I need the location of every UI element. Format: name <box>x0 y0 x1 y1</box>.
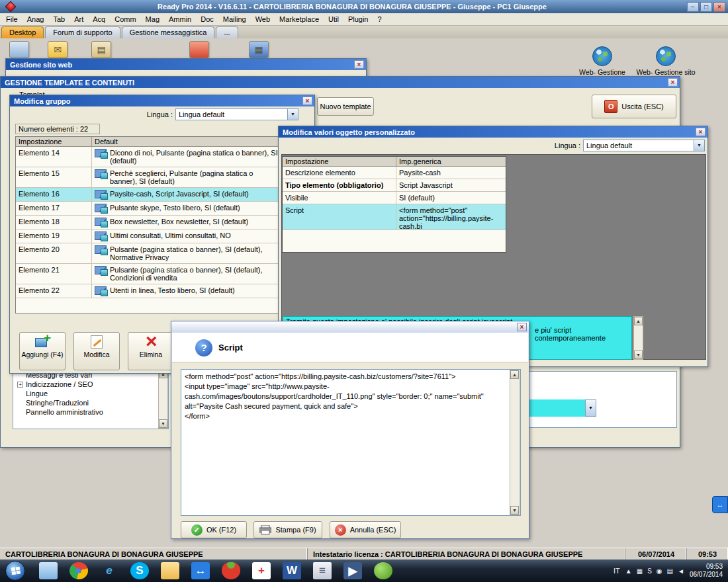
taskbar-browser-icon[interactable] <box>374 562 392 579</box>
close-icon[interactable]: × <box>354 60 364 69</box>
taskbar-window-icon[interactable] <box>39 562 58 579</box>
table-row[interactable]: Elemento 14 Dicono di noi, Pulsante (pag… <box>16 147 281 167</box>
table-row[interactable]: Elemento 17 Pulsante skype, Testo libero… <box>16 202 281 216</box>
ledger-icon[interactable]: ▤ <box>91 41 111 58</box>
volume-icon[interactable]: ◄ <box>678 567 684 575</box>
dropdown-arrow-icon[interactable]: ▼ <box>585 399 596 417</box>
menu-item[interactable]: Mailing <box>218 14 251 24</box>
uscita-button[interactable]: O Uscita (ESC) <box>592 95 676 118</box>
ok-button[interactable]: OK (F12) <box>181 521 247 538</box>
table-row[interactable]: Elemento 21 Pulsante (pagina statica o b… <box>16 264 281 284</box>
property-row[interactable]: Script <form method="post" action="https… <box>283 204 506 230</box>
tree-item[interactable]: Indicizzazione / SEO <box>13 380 168 389</box>
user-icon[interactable] <box>189 41 209 58</box>
menu-item[interactable]: Plugin <box>343 14 373 24</box>
lingua-select[interactable]: Lingua default <box>175 108 298 120</box>
tab-forum-di-supporto[interactable]: Forum di supporto <box>45 26 120 38</box>
textarea-scrollbar[interactable] <box>510 370 520 515</box>
language-indicator[interactable]: IT <box>614 567 620 575</box>
taskbar-word-icon[interactable]: W <box>283 562 301 579</box>
property-row[interactable]: Visibile SI (default) <box>283 192 506 204</box>
tab-overflow[interactable]: ... <box>216 26 238 38</box>
close-button[interactable]: × <box>713 2 725 12</box>
scroll-up-icon[interactable] <box>634 317 643 325</box>
taskbar-media-icon[interactable]: ▶ <box>343 562 362 579</box>
table-row[interactable]: Elemento 15 Perchè sceglierci, Pulsante … <box>16 167 281 188</box>
selected-field[interactable] <box>522 399 585 417</box>
combo-arrow-icon[interactable] <box>287 109 298 120</box>
scroll-up-icon[interactable] <box>510 370 519 379</box>
stampa-button[interactable]: Stampa (F9) <box>253 521 322 538</box>
taskbar-skype-icon[interactable]: S <box>130 562 149 579</box>
tree-item[interactable]: Lingue <box>13 389 168 398</box>
menu-item[interactable]: Anag <box>23 14 49 24</box>
minimize-button[interactable]: − <box>687 2 699 12</box>
close-icon[interactable]: × <box>696 128 705 136</box>
menu-item[interactable]: File <box>1 14 23 24</box>
tab-gestione-messaggistica[interactable]: Gestione messaggistica <box>122 26 215 38</box>
teamviewer-edge-icon[interactable]: ↔ <box>712 496 728 513</box>
taskbar-strawberry-icon[interactable] <box>222 562 240 579</box>
menu-item[interactable]: Doc <box>196 14 218 24</box>
table-row[interactable]: Elemento 18 Box newsletter, Box newslett… <box>16 216 281 229</box>
tab-desktop[interactable]: Desktop <box>1 26 44 38</box>
lingua-select[interactable]: Lingua default <box>583 140 705 151</box>
menu-item[interactable]: Mag <box>141 14 164 24</box>
maximize-button[interactable]: □ <box>700 2 712 12</box>
help-line-2: e piu' script contemporaneamente <box>535 326 631 342</box>
taskbar-folder-icon[interactable] <box>161 562 179 579</box>
shortcut-web-gestione[interactable]: Web- Gestione <box>570 46 634 76</box>
cancel-icon <box>335 524 346 536</box>
column-default: Default <box>92 137 281 146</box>
close-icon[interactable]: × <box>302 97 312 105</box>
taskbar-document-icon[interactable]: ≡ <box>313 562 332 579</box>
table-row[interactable]: Elemento 22 Utenti in linea, Testo liber… <box>16 284 281 298</box>
display-icon[interactable]: ▤ <box>667 567 673 575</box>
panel-icon[interactable] <box>9 41 29 58</box>
taskbar-ie-icon[interactable]: e <box>100 562 118 579</box>
taskbar-chrome-icon[interactable]: ● <box>69 562 88 579</box>
menu-item[interactable]: Marketplace <box>275 14 324 24</box>
security-icon[interactable]: S <box>647 567 652 575</box>
menu-item[interactable]: Web <box>251 14 275 24</box>
property-row[interactable]: Tipo elemento (obbligatorio) Script Java… <box>283 179 506 192</box>
scroll-down-icon[interactable] <box>159 419 167 428</box>
taskbar-remote-icon[interactable]: ↔ <box>191 562 210 579</box>
menu-item[interactable]: Comm <box>110 14 140 24</box>
nuovo-template-button[interactable]: Nuovo template <box>317 97 374 116</box>
close-icon[interactable]: × <box>668 78 678 87</box>
start-button[interactable] <box>5 561 25 581</box>
table-row[interactable]: Elemento 19 Ultimi consultati, Ultimi co… <box>16 229 281 243</box>
menu-item[interactable]: Tab <box>48 14 69 24</box>
tree-scrollbar[interactable] <box>158 369 168 429</box>
close-icon[interactable]: × <box>517 323 527 331</box>
menu-item[interactable]: ? <box>373 14 386 24</box>
tree-item[interactable]: Pannello amministrativo <box>13 407 168 417</box>
menu-item[interactable]: Ammin <box>164 14 196 24</box>
taskbar-clock[interactable]: 09:53 06/07/2014 <box>690 563 723 579</box>
elimina-button[interactable]: Elimina <box>128 332 174 370</box>
modifica-button[interactable]: Modifica <box>73 332 120 370</box>
combo-arrow-icon[interactable] <box>694 140 704 151</box>
table-row[interactable]: Elemento 20 Pulsante (pagina statica o b… <box>16 243 281 264</box>
taskbar-medical-icon[interactable]: + <box>252 562 271 579</box>
shortcut-web-gestione-sito[interactable]: Web- Gestione sito <box>634 46 698 76</box>
keyboard-icon[interactable]: ▦ <box>637 567 643 575</box>
help-scrollbar[interactable] <box>633 316 643 360</box>
script-textarea[interactable]: <form method="post" action="https://bill… <box>181 369 521 516</box>
network-icon[interactable]: ◉ <box>657 567 662 575</box>
tree-item[interactable]: Stringhe/Traduzioni <box>13 398 168 407</box>
menu-item[interactable]: Acq <box>88 14 110 24</box>
hidden-icons-button[interactable]: ▲ <box>625 567 632 575</box>
mail-icon[interactable]: ✉ <box>48 41 68 58</box>
menu-item[interactable]: Art <box>69 14 88 24</box>
expand-icon[interactable] <box>17 382 23 388</box>
aggiungi-button[interactable]: Aggiungi (F4) <box>19 332 66 370</box>
scroll-down-icon[interactable] <box>510 506 519 515</box>
property-row[interactable]: Descrizione elemento Paysite-cash <box>283 167 506 179</box>
menu-item[interactable]: Util <box>324 14 343 24</box>
table-icon[interactable]: ▦ <box>249 41 269 58</box>
annulla-button[interactable]: Annulla (ESC) <box>330 521 401 538</box>
scroll-down-icon[interactable] <box>634 351 643 359</box>
table-row[interactable]: Elemento 16 Paysite-cash, Script Javascr… <box>16 188 281 202</box>
